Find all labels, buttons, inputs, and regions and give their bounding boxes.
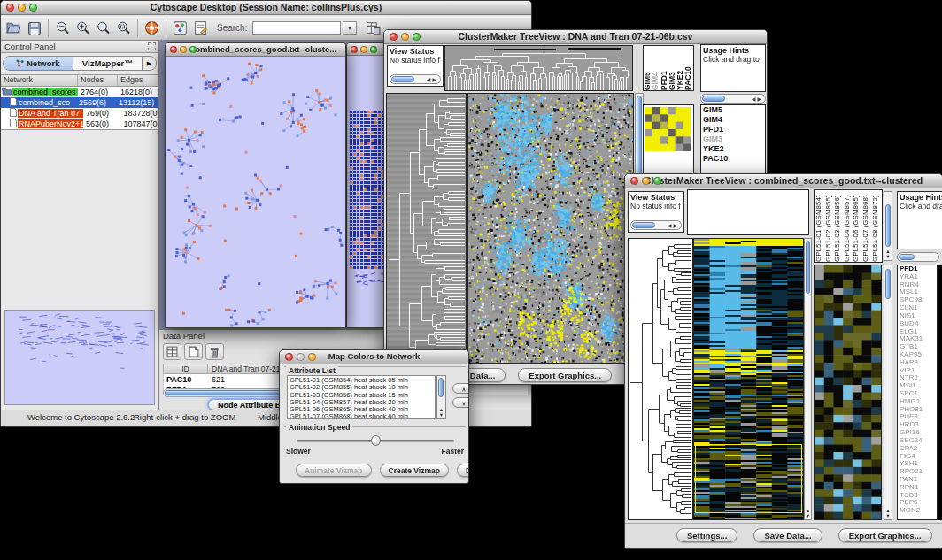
- create-vizmap-button[interactable]: Create Vizmap: [380, 464, 449, 477]
- correlation-matrix-canvas[interactable]: [645, 107, 691, 151]
- scroll-arrows-icon[interactable]: ▲▼: [437, 407, 445, 418]
- gene-row[interactable]: MON2: [898, 507, 937, 515]
- move-up-button[interactable]: ∧: [452, 383, 469, 394]
- attribute-list-vscrollbar[interactable]: ▲▼: [436, 375, 446, 419]
- gene-row[interactable]: YKE2: [701, 144, 765, 154]
- close-icon[interactable]: [390, 33, 398, 41]
- zoom-window-icon[interactable]: [653, 177, 661, 185]
- scroll-arrows-icon[interactable]: ▲▼: [884, 249, 892, 259]
- vizmapper-icon[interactable]: [171, 19, 189, 37]
- zoom-window-icon[interactable]: [370, 46, 377, 53]
- gene-row[interactable]: GIM5: [701, 105, 765, 115]
- select-attributes-icon[interactable]: [163, 343, 181, 360]
- minimize-icon[interactable]: [180, 46, 187, 53]
- gene-row[interactable]: GIM4: [701, 115, 765, 125]
- close-icon[interactable]: [285, 353, 293, 361]
- float-panel-icon[interactable]: [148, 42, 156, 50]
- network1-titlebar[interactable]: combined_scores_good.txt--cluste...: [166, 43, 345, 57]
- minimize-icon[interactable]: [642, 177, 650, 185]
- zoom-out-icon[interactable]: [53, 19, 72, 37]
- usage-hints-hscrollbar[interactable]: ◀▶: [700, 94, 766, 104]
- attribute-item[interactable]: GPL51-04 (GSM857) heat shock 20 min: [288, 398, 435, 405]
- scroll-thumb[interactable]: [702, 96, 725, 102]
- network-canvas[interactable]: [166, 57, 345, 328]
- help-icon[interactable]: [143, 19, 161, 37]
- export-graphics-button[interactable]: Export Graphics...: [838, 528, 932, 542]
- network-row[interactable]: combined_scores2764(0)16218(0): [1, 87, 158, 97]
- view-status-hscrollbar[interactable]: ◀▶: [630, 220, 682, 230]
- col-nodes[interactable]: Nodes: [78, 75, 118, 86]
- top-dendrogram-canvas[interactable]: [445, 46, 632, 90]
- attribute-item[interactable]: GPL51-06 (GSM865) heat shock 40 min: [288, 405, 435, 412]
- close-icon[interactable]: [351, 46, 358, 53]
- scroll-thumb[interactable]: [391, 76, 414, 82]
- network-row[interactable]: combined_sco2569(6)13112(15): [1, 97, 158, 108]
- gene-dendrogram-canvas[interactable]: [629, 239, 692, 519]
- view-status-hscrollbar[interactable]: ◀▶: [390, 74, 441, 84]
- scroll-arrows-icon[interactable]: ◀▶: [668, 222, 679, 228]
- delete-attribute-icon[interactable]: [205, 343, 224, 360]
- minimize-icon[interactable]: [297, 353, 305, 361]
- scroll-thumb[interactable]: [806, 241, 810, 294]
- dense-network-canvas[interactable]: [347, 56, 386, 328]
- network-row[interactable]: DNA and Tran 07769(0)183728(0): [1, 108, 158, 119]
- slider-thumb[interactable]: [371, 435, 381, 446]
- close-icon[interactable]: [630, 177, 638, 185]
- network-overview-thumbnail[interactable]: [4, 310, 155, 405]
- treeview2-titlebar[interactable]: ClusterMaker TreeView : combined_scores_…: [625, 174, 942, 188]
- new-attribute-icon[interactable]: [184, 343, 203, 360]
- close-icon[interactable]: [170, 46, 177, 53]
- attribute-item[interactable]: GPL51-03 (GSM856) heat shock 15 min: [288, 391, 435, 398]
- col-id[interactable]: ID: [164, 364, 208, 373]
- done-button[interactable]: Done: [457, 464, 469, 477]
- attribute-item[interactable]: GPL51-01 (GSM854) heat shock 05 min: [288, 376, 435, 383]
- zoom-window-icon[interactable]: [29, 4, 37, 12]
- network2-titlebar[interactable]: [347, 43, 386, 56]
- minimize-icon[interactable]: [401, 33, 409, 41]
- col-network[interactable]: Network: [1, 75, 78, 86]
- tab-vizmapper[interactable]: VizMapper™: [73, 57, 143, 70]
- search-dropdown-icon[interactable]: ▼: [343, 21, 357, 35]
- annotation-icon[interactable]: [191, 19, 210, 37]
- minimize-icon[interactable]: [360, 46, 367, 53]
- zoom-window-icon[interactable]: [189, 46, 197, 53]
- main-titlebar[interactable]: Cytoscape Desktop (Session Name: collins…: [1, 1, 531, 15]
- correlation-heatmap-canvas[interactable]: [468, 94, 633, 363]
- tab-network[interactable]: Network: [4, 57, 73, 70]
- gene-row[interactable]: PAC10: [701, 154, 765, 164]
- save-data-button[interactable]: Save Data...: [753, 528, 822, 542]
- heatmap-vscrollbar[interactable]: ▲▼: [804, 238, 812, 520]
- expression-detail-canvas[interactable]: [815, 265, 881, 519]
- zoom-window-icon[interactable]: [413, 33, 421, 41]
- filter-table-icon[interactable]: [364, 19, 382, 37]
- scroll-arrows-icon[interactable]: ▲▼: [805, 508, 811, 518]
- export-graphics-button[interactable]: Export Graphics...: [518, 368, 612, 382]
- zoom-in-icon[interactable]: [73, 19, 92, 37]
- detail-vscrollbar[interactable]: ▲▼: [884, 265, 892, 520]
- open-file-icon[interactable]: [4, 19, 23, 37]
- col-edges[interactable]: Edges: [118, 75, 158, 86]
- scroll-thumb[interactable]: [885, 204, 891, 247]
- attribute-item[interactable]: GPL51-02 (GSM855) heat shock 10 min: [288, 383, 435, 390]
- animate-vizmap-button[interactable]: Animate Vizmap: [296, 464, 372, 477]
- zoom-window-icon[interactable]: [308, 353, 316, 361]
- attribute-item[interactable]: GPL51-07 (GSM868) heat shock 60 min: [288, 412, 435, 419]
- scroll-arrows-icon[interactable]: ◀▶: [427, 76, 438, 82]
- zoom-selected-icon[interactable]: [114, 19, 133, 37]
- treeview1-titlebar[interactable]: ClusterMaker TreeView : DNA and Tran 07-…: [384, 30, 767, 44]
- animation-speed-slider[interactable]: [297, 440, 454, 442]
- scroll-thumb[interactable]: [438, 378, 444, 397]
- tab-overflow-icon[interactable]: ▶: [142, 57, 156, 70]
- gene-dendrogram-canvas[interactable]: [387, 94, 466, 363]
- dialog-titlebar[interactable]: Map Colors to Network: [280, 350, 468, 364]
- save-file-icon[interactable]: [25, 19, 43, 37]
- scroll-arrows-icon[interactable]: ◀▶: [752, 96, 763, 102]
- scroll-thumb[interactable]: [899, 254, 915, 260]
- scroll-thumb[interactable]: [885, 269, 891, 299]
- close-icon[interactable]: [6, 4, 14, 12]
- column-labels-vscrollbar[interactable]: ▲▼: [884, 191, 892, 261]
- expression-heatmap-canvas[interactable]: [694, 239, 803, 519]
- minimize-icon[interactable]: [18, 4, 26, 12]
- scroll-thumb[interactable]: [632, 222, 655, 228]
- scroll-arrows-icon[interactable]: ▲▼: [884, 508, 892, 518]
